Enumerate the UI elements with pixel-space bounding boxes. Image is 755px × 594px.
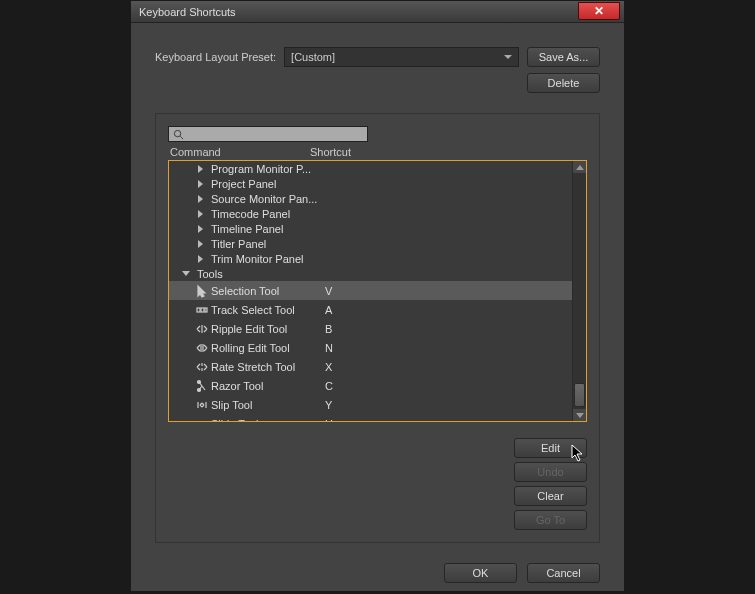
tree-body[interactable]: Program Monitor P...Project PanelSource … [169,161,572,421]
panel-label: Timecode Panel [211,208,290,220]
tree-row-tool[interactable]: Rolling Edit ToolN [169,338,572,357]
preset-value: [Custom] [291,51,335,63]
ripple-icon [193,322,211,336]
clear-button[interactable]: Clear [514,486,587,506]
tree-row-panel[interactable]: Timecode Panel [169,206,572,221]
tool-shortcut: B [325,323,332,335]
delete-row: Delete [155,73,600,93]
rolling-icon [193,341,211,355]
tree-row-tools-group[interactable]: Tools [169,266,572,281]
search-icon [173,129,184,140]
delete-button[interactable]: Delete [527,73,600,93]
title-text: Keyboard Shortcuts [139,6,236,18]
disclosure-icon [195,240,205,248]
scroll-thumb[interactable] [574,383,585,407]
tool-label: Razor Tool [211,380,263,392]
svg-point-8 [198,388,201,391]
column-headers: Command Shortcut [168,146,587,158]
svg-rect-4 [205,308,207,312]
tool-label: Slip Tool [211,399,252,411]
panel-label: Trim Monitor Panel [211,253,304,265]
tree-row-tool[interactable]: Slip ToolY [169,395,572,414]
tree-row-panel[interactable]: Trim Monitor Panel [169,251,572,266]
panel-label: Source Monitor Pan... [211,193,317,205]
disclosure-icon [195,225,205,233]
disclosure-icon [181,271,191,276]
track-icon [193,303,211,317]
tool-shortcut: V [325,285,332,297]
scrollbar[interactable] [572,161,586,421]
ratestretch-icon [193,360,211,374]
column-shortcut: Shortcut [310,146,351,158]
action-buttons: Edit Undo Clear Go To [168,438,587,530]
slide-icon [193,417,211,422]
tool-label: Track Select Tool [211,304,295,316]
panel-label: Project Panel [211,178,276,190]
tool-label: Slide Tool [211,418,259,422]
cancel-button[interactable]: Cancel [527,563,600,583]
preset-row: Keyboard Layout Preset: [Custom] Save As… [155,47,600,67]
dialog-content: Keyboard Layout Preset: [Custom] Save As… [131,23,624,553]
scroll-track[interactable] [573,173,586,409]
tool-shortcut: A [325,304,332,316]
scroll-up-button[interactable] [573,161,586,173]
tree-row-tool[interactable]: Ripple Edit ToolB [169,319,572,338]
goto-button: Go To [514,510,587,530]
chevron-down-icon [576,413,584,418]
close-button[interactable]: ✕ [578,2,620,20]
svg-rect-2 [197,308,200,312]
tool-shortcut: Y [325,399,332,411]
tree-row-tool[interactable]: Razor ToolC [169,376,572,395]
titlebar: Keyboard Shortcuts ✕ [131,1,624,23]
dialog-footer: OK Cancel [131,553,624,583]
svg-point-0 [174,130,180,136]
close-icon: ✕ [594,4,604,18]
preset-label: Keyboard Layout Preset: [155,51,276,63]
tool-label: Ripple Edit Tool [211,323,287,335]
arrow-icon [193,284,211,298]
preset-select[interactable]: [Custom] [284,47,519,67]
shortcut-tree: Program Monitor P...Project PanelSource … [168,160,587,422]
tree-row-panel[interactable]: Titler Panel [169,236,572,251]
tool-shortcut: N [325,342,333,354]
save-as-button[interactable]: Save As... [527,47,600,67]
tool-label: Rate Stretch Tool [211,361,295,373]
chevron-up-icon [576,165,584,170]
disclosure-icon [195,180,205,188]
edit-button[interactable]: Edit [514,438,587,458]
disclosure-icon [195,255,205,263]
tree-row-tool[interactable]: Slide ToolU [169,414,572,421]
tool-shortcut: U [325,418,333,422]
tool-label: Rolling Edit Tool [211,342,290,354]
tree-row-panel[interactable]: Project Panel [169,176,572,191]
panel-label: Program Monitor P... [211,163,311,175]
disclosure-icon [195,210,205,218]
undo-button: Undo [514,462,587,482]
keyboard-shortcuts-dialog: Keyboard Shortcuts ✕ Keyboard Layout Pre… [130,0,625,592]
column-command: Command [170,146,310,158]
tree-row-panel[interactable]: Source Monitor Pan... [169,191,572,206]
svg-point-9 [198,380,201,383]
tree-row-tool[interactable]: Rate Stretch ToolX [169,357,572,376]
panel-label: Titler Panel [211,238,266,250]
tree-row-tool[interactable]: Track Select ToolA [169,300,572,319]
slip-icon [193,398,211,412]
disclosure-icon [195,195,205,203]
inner-panel: Command Shortcut Program Monitor P...Pro… [155,113,600,543]
svg-line-1 [180,136,183,139]
tools-group-label: Tools [197,268,223,280]
tool-shortcut: X [325,361,332,373]
ok-button[interactable]: OK [444,563,517,583]
tool-label: Selection Tool [211,285,279,297]
tree-row-tool[interactable]: Selection ToolV [169,281,572,300]
search-input[interactable] [168,126,368,142]
svg-rect-3 [201,308,204,312]
razor-icon [193,379,211,393]
panel-label: Timeline Panel [211,223,283,235]
tool-shortcut: C [325,380,333,392]
tree-row-panel[interactable]: Timeline Panel [169,221,572,236]
scroll-down-button[interactable] [573,409,586,421]
chevron-down-icon [504,55,512,59]
disclosure-icon [195,165,205,173]
tree-row-panel[interactable]: Program Monitor P... [169,161,572,176]
